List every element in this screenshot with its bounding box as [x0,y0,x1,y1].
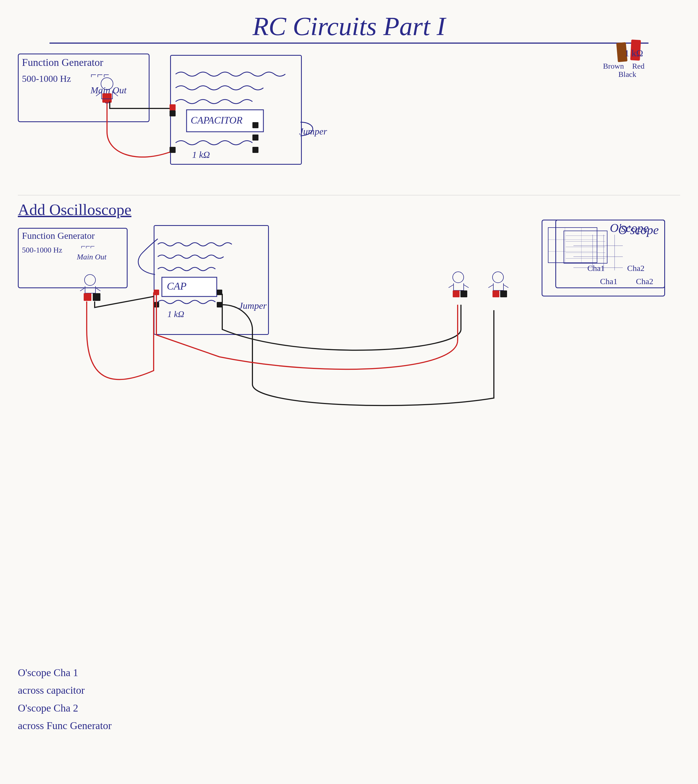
oscope-display [548,227,597,263]
note-line-2: across capacitor [18,681,112,699]
oscope-grid [548,228,597,263]
main-out-1: Main Out [91,85,127,96]
section-divider [18,195,680,195]
resistor-value-label: 1 kΩ [624,48,643,58]
resistor-brown-label: Brown [603,62,624,71]
page-title: RC Circuits Part I [252,11,445,41]
func-gen-label-1: Function Generator [22,56,104,68]
ch2-text: Cha2 [636,277,653,286]
title-underline [49,43,649,44]
notes-section: O'scope Cha 1 across capacitor O'scope C… [18,664,112,734]
main-out-2: Main Out [77,253,107,261]
svg-rect-25 [453,290,459,297]
freq-label-1: 500-1000 Hz [22,74,71,84]
svg-point-24 [453,272,464,283]
ch1-text: Cha1 [600,277,617,286]
svg-rect-26 [460,290,467,297]
oscope-title-label: O'scope [618,223,659,237]
square-wave-1: ⌐⌐⌐ [91,69,110,81]
breadboard-2 [154,225,269,335]
resistor-red-label: Red [632,62,644,71]
svg-rect-15 [93,293,100,301]
resistor-black-label: Black [619,70,636,79]
note-line-1: O'scope Cha 1 [18,664,112,682]
square-wave-2: ⌐⌐⌐ [81,241,95,251]
add-oscilloscope-heading: Add Oscilloscope [18,200,132,219]
svg-rect-14 [84,293,91,301]
svg-text:Jumper: Jumper [299,126,327,137]
breadboard-1 [170,55,302,165]
oscope-container: O'scope Cha1 Cha2 [542,220,665,297]
svg-rect-29 [500,290,507,297]
note-line-3: O'scope Cha 2 [18,699,112,717]
freq-label-2: 500-1000 Hz [22,246,62,254]
func-gen-label-2: Function Generator [22,231,95,241]
svg-point-27 [492,272,504,283]
note-line-4: across Func Generator [18,717,112,734]
page: RC Circuits Part I 1 kΩ Brown Red Black … [0,0,698,784]
svg-rect-28 [492,290,499,297]
